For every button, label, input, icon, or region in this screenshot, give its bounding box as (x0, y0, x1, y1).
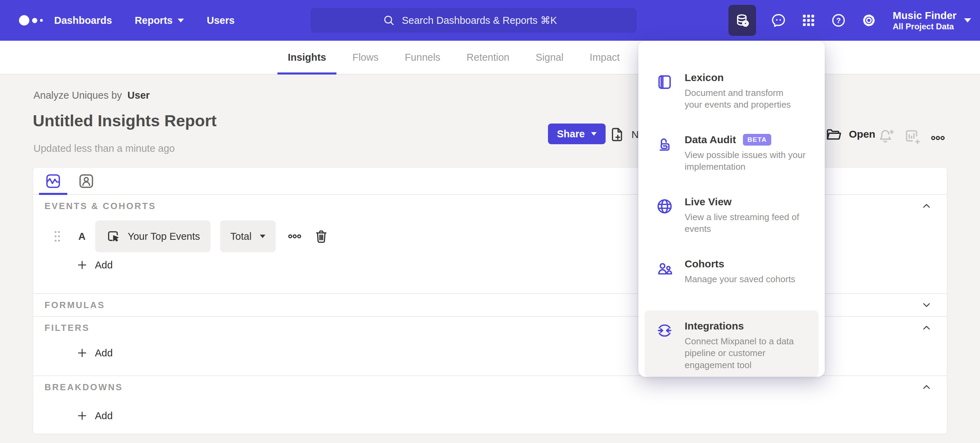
tab-insights-label: Insights (288, 52, 326, 63)
more-options-button[interactable] (930, 130, 945, 146)
page-title[interactable]: Untitled Insights Report (33, 111, 217, 130)
primary-nav: Dashboards Reports Users (54, 15, 235, 26)
tab-insights[interactable]: Insights (277, 41, 336, 74)
tab-flows[interactable]: Flows (342, 41, 389, 74)
drag-handle[interactable] (52, 229, 62, 244)
tab-funnels-label: Funnels (405, 52, 440, 63)
mixpanel-app: Dashboards Reports Users (0, 0, 980, 443)
section-label: EVENTS & COHORTS (45, 201, 156, 211)
grid-icon (801, 13, 816, 28)
section-label: BREAKDOWNS (45, 382, 123, 393)
tab-retention[interactable]: Retention (456, 41, 520, 74)
audit-lock-icon (655, 134, 675, 186)
add-breakdown-label: Add (95, 410, 113, 422)
sync-arrows-icon (655, 320, 675, 377)
menu-item-title: Live View (685, 196, 732, 208)
top-navigation-bar: Dashboards Reports Users (0, 0, 980, 41)
collapse-section-button[interactable] (920, 381, 933, 393)
project-switcher[interactable]: Music Finder All Project Data (893, 9, 971, 32)
add-event-label: Add (95, 259, 113, 271)
chevron-down-icon (260, 235, 266, 238)
chevron-up-icon (920, 322, 933, 334)
help-button[interactable]: ? (830, 13, 846, 28)
tab-profiles-view[interactable] (78, 173, 95, 190)
share-button-label: Share (557, 129, 585, 140)
add-filter-label: Add (95, 348, 113, 359)
chat-bubble-icon (770, 13, 786, 28)
metric-selector-button[interactable]: Total (220, 221, 276, 252)
data-management-button[interactable] (729, 5, 756, 36)
nav-dashboards[interactable]: Dashboards (54, 15, 112, 26)
tab-impact[interactable]: Impact (579, 41, 630, 74)
delete-row-button[interactable] (314, 229, 329, 244)
row-more-button[interactable] (288, 229, 302, 244)
nav-users[interactable]: Users (207, 15, 235, 26)
menu-item-lexicon[interactable]: Lexicon Document and transform your even… (644, 62, 819, 124)
menu-item-description: Manage your saved cohorts (685, 273, 795, 285)
share-button[interactable]: Share (548, 124, 606, 144)
series-letter: A (78, 231, 86, 242)
pulse-chart-icon (45, 173, 62, 190)
question-circle-icon: ? (830, 13, 846, 28)
plus-icon (76, 259, 88, 271)
menu-item-title: Data Audit (685, 134, 736, 146)
bell-plus-icon (878, 128, 894, 144)
apps-grid-button[interactable] (801, 13, 816, 28)
database-gear-icon (734, 13, 750, 28)
settings-button[interactable] (861, 13, 877, 28)
gear-icon (861, 13, 877, 28)
tab-flows-label: Flows (352, 52, 379, 63)
event-click-icon (106, 229, 121, 244)
search-input[interactable] (401, 14, 565, 27)
add-breakdown-button[interactable]: Add (76, 406, 128, 425)
section-label: FORMULAS (45, 300, 105, 311)
breadcrumb-prefix: Analyze Uniques by (33, 90, 122, 101)
menu-item-description: Document and transform your events and p… (685, 87, 791, 111)
nav-reports-label: Reports (135, 15, 173, 26)
collapse-section-button[interactable] (920, 200, 933, 212)
add-to-dashboard-button[interactable] (904, 129, 921, 145)
chevron-up-icon (920, 381, 933, 393)
trash-icon (314, 229, 329, 244)
menu-item-cohorts[interactable]: Cohorts Manage your saved cohorts (644, 248, 819, 311)
updated-timestamp: Updated less than a minute ago (33, 143, 175, 154)
chevron-down-icon (964, 18, 971, 22)
open-report-button[interactable]: Open (825, 125, 875, 143)
expand-section-button[interactable] (920, 299, 933, 311)
chart-plus-icon (904, 129, 921, 145)
add-event-button[interactable]: Add (76, 256, 128, 274)
tab-funnels[interactable]: Funnels (395, 41, 451, 74)
people-icon (655, 258, 675, 311)
tab-retention-label: Retention (466, 52, 509, 63)
menu-item-title: Integrations (685, 320, 744, 332)
breadcrumb-value[interactable]: User (127, 90, 150, 101)
global-search[interactable] (310, 8, 636, 33)
project-scope: All Project Data (893, 22, 956, 32)
event-selector-button[interactable]: Your Top Events (95, 221, 210, 252)
chevron-down-icon (178, 19, 184, 22)
breadcrumb: Analyze Uniques byUser (33, 90, 150, 101)
project-name: Music Finder (893, 9, 956, 22)
plus-icon (76, 410, 88, 422)
section-label: FILTERS (45, 322, 90, 333)
menu-item-data-audit[interactable]: Data Audit BETA View possible issues wit… (644, 124, 819, 186)
nav-reports[interactable]: Reports (135, 15, 184, 26)
beta-badge: BETA (743, 134, 771, 146)
menu-item-integrations[interactable]: Integrations Connect Mixpanel to a data … (644, 311, 819, 377)
menu-item-live-view[interactable]: Live View View a live streaming feed of … (644, 186, 819, 248)
metric-selector-label: Total (231, 231, 251, 242)
menu-item-description: View possible issues with your implement… (685, 149, 806, 173)
plus-icon (76, 347, 88, 359)
report-type-tabs: Insights Flows Funnels Retention Signal … (0, 41, 980, 75)
lexicon-book-icon (655, 72, 675, 124)
tab-signal[interactable]: Signal (525, 41, 574, 74)
nav-users-label: Users (207, 15, 235, 26)
chevron-up-icon (920, 200, 933, 212)
data-management-dropdown: Lexicon Document and transform your even… (638, 41, 825, 377)
add-filter-button[interactable]: Add (76, 344, 128, 362)
tab-events-view[interactable] (45, 173, 62, 190)
create-alert-button[interactable] (878, 128, 894, 144)
feedback-button[interactable] (770, 13, 786, 28)
collapse-section-button[interactable] (920, 322, 933, 334)
menu-item-title: Lexicon (685, 72, 724, 84)
